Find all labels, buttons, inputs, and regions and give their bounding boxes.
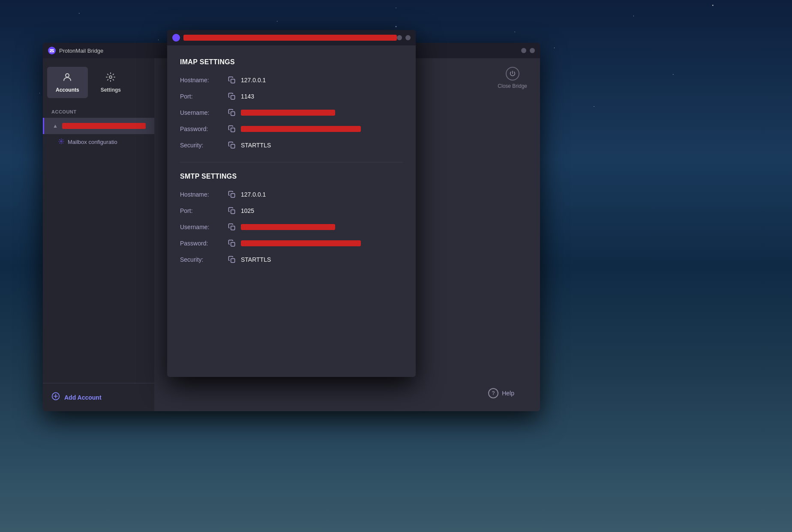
- close-bridge-label: Close Bridge: [498, 83, 527, 89]
- smtp-username-redacted: [241, 224, 335, 230]
- svg-point-2: [109, 76, 112, 78]
- imap-username-label: Username:: [180, 109, 223, 116]
- svg-point-3: [60, 140, 62, 142]
- svg-rect-10: [231, 128, 235, 132]
- sidebar-bottom: Add Account: [43, 383, 154, 411]
- accounts-icon: [62, 72, 72, 84]
- copy-port-smtp-icon[interactable]: [228, 207, 236, 215]
- minimize-button[interactable]: –: [521, 48, 526, 53]
- svg-rect-15: [231, 242, 235, 246]
- mailbox-config-item[interactable]: Mailbox configuratio: [43, 134, 154, 150]
- help-label: Help: [502, 390, 514, 397]
- help-icon: ?: [488, 388, 498, 398]
- sidebar-nav: Accounts Settings: [43, 58, 154, 102]
- svg-rect-13: [231, 210, 235, 214]
- close-button[interactable]: ×: [530, 48, 535, 53]
- accounts-label: Accounts: [56, 87, 79, 93]
- copy-hostname-imap-icon[interactable]: [228, 76, 236, 84]
- add-account-icon: [51, 392, 60, 403]
- svg-rect-16: [231, 259, 235, 263]
- imap-username-redacted: [241, 110, 335, 116]
- imap-section-title: IMAP SETTINGS: [180, 58, 403, 66]
- imap-password-redacted: [241, 126, 361, 132]
- settings-label: Settings: [101, 87, 121, 93]
- add-account-label: Add Account: [64, 394, 102, 401]
- sidebar-item-accounts[interactable]: Accounts: [47, 67, 88, 98]
- svg-rect-11: [231, 144, 235, 148]
- smtp-hostname-value: 127.0.0.1: [241, 191, 266, 198]
- settings-icon: [105, 72, 116, 84]
- power-icon: [506, 67, 519, 81]
- imap-username-row: Username:: [180, 109, 403, 117]
- smtp-hostname-row: Hostname: 127.0.0.1: [180, 191, 403, 198]
- smtp-security-label: Security:: [180, 256, 223, 263]
- copy-security-imap-icon[interactable]: [228, 141, 236, 149]
- sidebar: Accounts Settings ACCOUNT ▲: [43, 58, 154, 411]
- copy-password-smtp-icon[interactable]: [228, 239, 236, 247]
- smtp-port-value: 1025: [241, 207, 254, 214]
- dialog-content: IMAP SETTINGS Hostname: 127.0.0.1 Port: …: [167, 45, 416, 377]
- account-item[interactable]: ▲: [43, 118, 154, 134]
- smtp-username-label: Username:: [180, 224, 223, 230]
- dialog-title-redacted: [183, 35, 397, 41]
- imap-hostname-row: Hostname: 127.0.0.1: [180, 76, 403, 84]
- config-gear-icon: [58, 138, 64, 146]
- close-bridge-button[interactable]: Close Bridge: [498, 67, 527, 89]
- window-controls: – ×: [521, 48, 535, 53]
- imap-security-value: STARTTLS: [241, 142, 271, 149]
- copy-username-smtp-icon[interactable]: [228, 223, 236, 231]
- svg-rect-14: [231, 226, 235, 230]
- copy-security-smtp-icon[interactable]: [228, 256, 236, 263]
- account-name-redacted: [62, 123, 146, 129]
- app-logo: [48, 47, 56, 54]
- imap-password-row: Password:: [180, 125, 403, 133]
- mailbox-config-label: Mailbox configuratio: [68, 139, 117, 145]
- dialog-logo: [172, 34, 180, 42]
- svg-rect-9: [231, 112, 235, 116]
- account-list: ▲ Mailbox configuratio: [43, 118, 154, 383]
- imap-port-label: Port:: [180, 93, 223, 100]
- account-section-header: ACCOUNT: [43, 102, 154, 118]
- smtp-port-label: Port:: [180, 207, 223, 214]
- smtp-username-row: Username:: [180, 223, 403, 231]
- copy-port-imap-icon[interactable]: [228, 93, 236, 100]
- dialog-controls: – ×: [397, 35, 411, 40]
- add-account-button[interactable]: Add Account: [51, 392, 146, 403]
- imap-hostname-value: 127.0.0.1: [241, 77, 266, 84]
- svg-rect-12: [231, 194, 235, 197]
- svg-rect-7: [231, 79, 235, 83]
- dialog-minimize-button[interactable]: –: [397, 35, 402, 40]
- imap-security-row: Security: STARTTLS: [180, 141, 403, 149]
- sidebar-item-settings[interactable]: Settings: [92, 67, 129, 98]
- svg-point-1: [66, 74, 69, 77]
- imap-password-label: Password:: [180, 126, 223, 132]
- chevron-up-icon: ▲: [53, 123, 58, 129]
- copy-password-imap-icon[interactable]: [228, 125, 236, 133]
- copy-username-imap-icon[interactable]: [228, 109, 236, 117]
- imap-port-row: Port: 1143: [180, 93, 403, 100]
- imap-port-value: 1143: [241, 93, 254, 100]
- smtp-security-value: STARTTLS: [241, 256, 271, 263]
- dialog-titlebar: – ×: [167, 30, 416, 45]
- help-button[interactable]: ? Help: [488, 388, 514, 398]
- svg-rect-8: [231, 96, 235, 99]
- smtp-password-row: Password:: [180, 239, 403, 247]
- imap-security-label: Security:: [180, 142, 223, 149]
- smtp-password-redacted: [241, 240, 361, 246]
- smtp-password-label: Password:: [180, 240, 223, 247]
- settings-dialog: – × IMAP SETTINGS Hostname: 127.0.0.1 Po…: [167, 30, 416, 377]
- copy-hostname-smtp-icon[interactable]: [228, 191, 236, 198]
- dialog-close-button[interactable]: ×: [405, 35, 411, 40]
- imap-hostname-label: Hostname:: [180, 77, 223, 84]
- smtp-hostname-label: Hostname:: [180, 191, 223, 198]
- smtp-section-title: SMTP SETTINGS: [180, 173, 403, 180]
- settings-divider: [180, 162, 403, 162]
- smtp-security-row: Security: STARTTLS: [180, 256, 403, 263]
- bottom-area: ? Help: [475, 380, 527, 411]
- smtp-port-row: Port: 1025: [180, 207, 403, 215]
